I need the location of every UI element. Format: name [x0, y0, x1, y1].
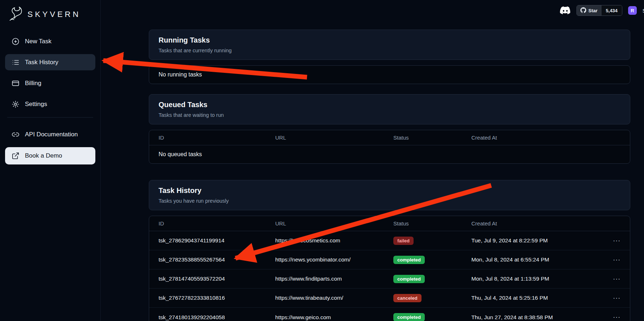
column-header-status: Status [393, 220, 471, 227]
sidebar-item-label: Task History [25, 59, 59, 66]
running-tasks-body: No running tasks [149, 65, 630, 84]
task-id-cell: tsk_278147405593572204 [159, 276, 275, 282]
sidebar-item-api-documentation[interactable]: API Documentation [5, 126, 95, 142]
topbar: Star 5,434 R S [560, 5, 644, 16]
github-star-count[interactable]: 5,434 [601, 5, 622, 16]
external-link-icon [12, 152, 20, 160]
sidebar-item-book-a-demo[interactable]: Book a Demo [5, 147, 95, 164]
credit-card-icon [12, 79, 20, 87]
github-star-button[interactable]: Star [577, 5, 601, 16]
queued-tasks-section: Queued Tasks Tasks that are waiting to r… [149, 94, 630, 164]
task-history-table-header: ID URL Status Created At [149, 216, 630, 231]
sidebar-item-label: API Documentation [25, 131, 78, 138]
sidebar-item-task-history[interactable]: Task History [5, 54, 95, 70]
skyvern-logo[interactable]: SKYVERN [5, 5, 95, 30]
sidebar: SKYVERN New Task Task History Billing [0, 0, 101, 321]
task-id-cell: tsk_276727822333810816 [159, 295, 275, 301]
status-badge: completed [393, 275, 425, 283]
github-star-label: Star [588, 8, 597, 13]
sidebar-item-new-task[interactable]: New Task [5, 33, 95, 49]
queued-tasks-header: Queued Tasks Tasks that are waiting to r… [149, 94, 630, 124]
task-id-cell: tsk_278629043741199914 [159, 237, 275, 244]
row-actions-button[interactable]: ··· [600, 313, 621, 321]
task-created-cell: Tue, Jul 9, 2024 at 8:22:59 PM [471, 237, 600, 244]
running-tasks-subtitle: Tasks that are currently running [159, 48, 621, 53]
link-icon [12, 131, 20, 138]
running-tasks-title: Running Tasks [159, 36, 621, 44]
status-badge: completed [393, 313, 425, 321]
sidebar-item-label: Settings [25, 101, 47, 108]
running-tasks-empty: No running tasks [149, 66, 630, 84]
task-id-cell: tsk_274180139292204058 [159, 314, 275, 321]
status-badge: canceled [393, 294, 422, 302]
queued-tasks-table-header: ID URL Status Created At [149, 130, 630, 145]
task-url-cell: https://www.tirabeauty.com/ [275, 295, 393, 301]
task-created-cell: Mon, Jul 8, 2024 at 1:13:59 PM [471, 276, 600, 282]
user-label: S [643, 8, 644, 14]
row-actions-button[interactable]: ··· [600, 256, 621, 264]
github-icon [580, 7, 586, 14]
column-header-created-at: Created At [471, 135, 600, 141]
running-tasks-header: Running Tasks Tasks that are currently r… [149, 30, 630, 60]
running-tasks-section: Running Tasks Tasks that are currently r… [149, 30, 630, 84]
column-header-id: ID [159, 220, 275, 227]
row-actions-button[interactable]: ··· [600, 237, 621, 245]
sidebar-nav: New Task Task History Billing Settings [5, 33, 95, 164]
queued-tasks-empty: No queued tasks [149, 145, 630, 163]
sidebar-item-label: Book a Demo [25, 152, 62, 159]
task-created-cell: Thu, Jul 4, 2024 at 5:25:16 PM [471, 295, 600, 301]
task-url-cell: https://www.finditparts.com [275, 276, 393, 282]
discord-icon[interactable] [560, 6, 571, 15]
sidebar-item-billing[interactable]: Billing [5, 75, 95, 91]
sidebar-item-label: Billing [25, 80, 41, 87]
table-row[interactable]: tsk_278147405593572204 https://www.findi… [149, 269, 630, 289]
task-history-rows: tsk_278629043741199914 https://tartecosm… [149, 231, 630, 321]
column-header-created-at: Created At [471, 220, 600, 227]
sidebar-divider [7, 117, 93, 118]
task-created-cell: Mon, Jul 8, 2024 at 6:55:24 PM [471, 256, 600, 263]
sidebar-item-label: New Task [25, 38, 51, 45]
task-history-header: Task History Tasks you have run previous… [149, 180, 630, 210]
task-url-cell: https://news.ycombinator.com/ [275, 256, 393, 263]
task-url-cell: https://tartecosmetics.com [275, 237, 393, 244]
status-badge: completed [393, 256, 425, 264]
task-history-section: Task History Tasks you have run previous… [149, 180, 630, 321]
sidebar-item-settings[interactable]: Settings [5, 96, 95, 112]
queued-tasks-title: Queued Tasks [159, 101, 621, 109]
task-history-table: ID URL Status Created At tsk_27862904374… [149, 216, 630, 321]
queued-tasks-table: ID URL Status Created At No queued tasks [149, 130, 630, 164]
task-created-cell: Thu, Jun 27, 2024 at 8:38:58 PM [471, 314, 600, 321]
row-actions-button[interactable]: ··· [600, 294, 621, 302]
avatar[interactable]: R [628, 6, 637, 15]
task-url-cell: https://www.geico.com [275, 314, 393, 321]
brand-name: SKYVERN [27, 10, 81, 19]
main-content: Running Tasks Tasks that are currently r… [149, 30, 630, 321]
column-header-status: Status [393, 135, 471, 141]
task-history-title: Task History [159, 186, 621, 195]
skyvern-logo-icon [8, 6, 24, 23]
queued-tasks-subtitle: Tasks that are waiting to run [159, 112, 621, 118]
list-icon [12, 58, 20, 66]
plus-circle-icon [12, 38, 20, 45]
task-id-cell: tsk_278235388555267564 [159, 256, 275, 263]
task-history-subtitle: Tasks you have run previously [159, 198, 621, 204]
column-header-id: ID [159, 135, 275, 141]
table-row[interactable]: tsk_274180139292204058 https://www.geico… [149, 308, 630, 321]
table-row[interactable]: tsk_276727822333810816 https://www.tirab… [149, 289, 630, 308]
status-badge: failed [393, 237, 414, 245]
table-row[interactable]: tsk_278235388555267564 https://news.ycom… [149, 250, 630, 269]
table-row[interactable]: tsk_278629043741199914 https://tartecosm… [149, 231, 630, 250]
gear-icon [12, 100, 20, 108]
github-star-widget[interactable]: Star 5,434 [576, 5, 622, 16]
column-header-url: URL [275, 220, 393, 227]
column-header-url: URL [275, 135, 393, 141]
row-actions-button[interactable]: ··· [600, 275, 621, 283]
